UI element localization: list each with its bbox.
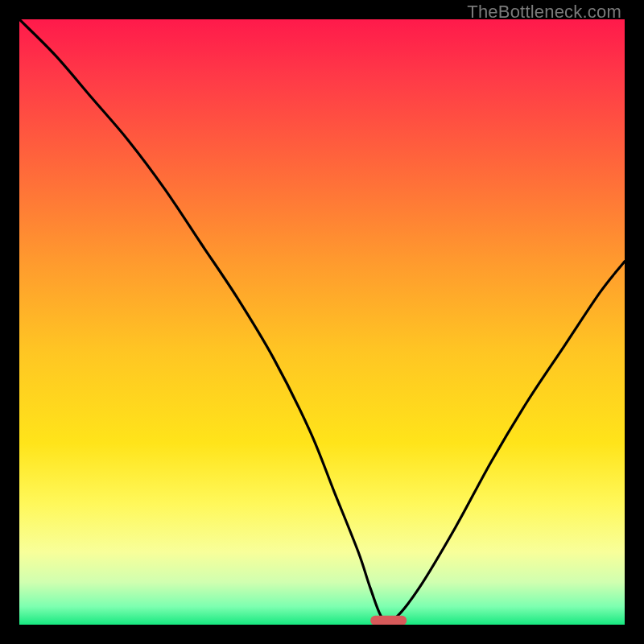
optimal-marker (370, 616, 407, 625)
chart-svg (19, 19, 625, 625)
bottleneck-chart (19, 19, 625, 625)
gradient-background (19, 19, 625, 625)
